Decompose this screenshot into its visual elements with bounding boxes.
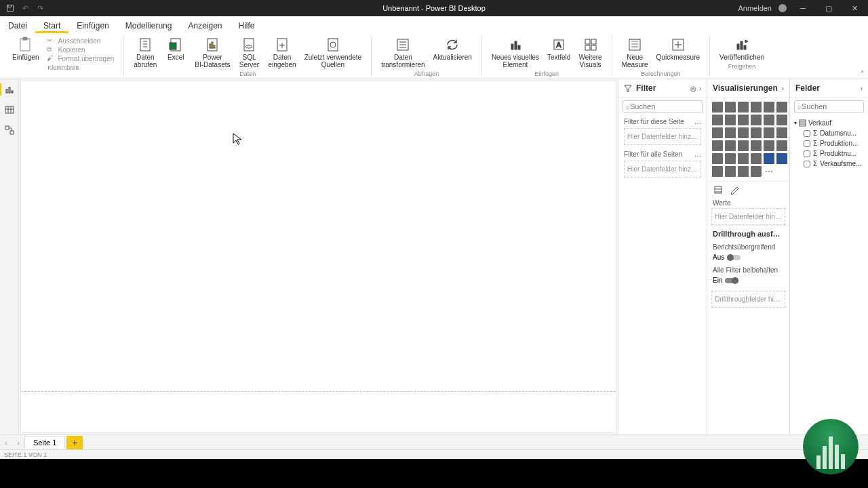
page-tab[interactable]: Seite 1 [24,436,65,449]
svg-rect-22 [585,39,590,44]
viz-pie[interactable] [751,127,762,138]
viz-stacked-area[interactable] [738,115,749,125]
viz-multi-card[interactable] [776,140,787,151]
fields-search-input[interactable]: ⌕ [794,100,864,113]
ribbon-collapse-icon[interactable]: ˄ [861,70,864,77]
viz-filled-map[interactable] [725,140,736,151]
cross-report-toggle[interactable]: Aus [707,252,789,265]
viz-python[interactable] [776,153,787,164]
new-visual-button[interactable]: Neues visuelles Element [489,35,542,70]
svg-rect-33 [12,91,13,93]
model-view-button[interactable] [3,124,16,136]
report-canvas[interactable] [20,81,616,433]
minimize-button[interactable]: ─ [793,0,812,16]
viz-kpi[interactable] [712,153,723,164]
viz-clustered-bar[interactable] [738,102,749,113]
close-button[interactable]: ✕ [845,0,864,16]
publish-button[interactable]: Veröffentlichen [717,35,767,62]
menu-hilfe[interactable]: Hilfe [231,18,263,33]
save-icon[interactable] [5,3,15,13]
viz-decomposition[interactable] [725,166,736,177]
sql-server-button[interactable]: SQL Server [235,35,262,70]
viz-collapse-icon[interactable]: › [782,85,784,92]
filter-collapse-icon[interactable]: › [699,85,701,92]
maximize-button[interactable]: ▢ [819,0,838,16]
viz-qa[interactable] [738,166,749,177]
values-dropzone[interactable]: Hier Datenfelder hinzufügen [711,208,785,225]
viz-funnel[interactable] [725,127,736,138]
keep-filters-toggle[interactable]: Ein [707,275,789,288]
menu-datei[interactable]: Datei [0,18,35,33]
filter-search-input[interactable]: ⌕ [623,100,703,113]
field-item[interactable]: ΣVerkaufsme... [794,159,864,169]
viz-clustered-column[interactable] [751,102,762,113]
paste-button[interactable]: Einfügen [9,35,41,62]
viz-matrix[interactable] [751,153,762,164]
more-icon[interactable]: … [694,118,701,125]
table-verkauf[interactable]: ▾ Verkauf [794,118,864,128]
more-visuals-button[interactable]: Weitere Visuals [576,35,604,70]
field-item[interactable]: ΣProduktnu... [794,148,864,159]
redo-icon[interactable]: ↷ [35,3,45,13]
viz-area[interactable] [725,115,736,125]
viz-key-influencers[interactable] [712,166,723,177]
enter-data-button[interactable]: Daten eingeben [265,35,298,70]
viz-slicer[interactable] [725,153,736,164]
viz-100-bar[interactable] [764,102,774,113]
viz-map[interactable] [712,140,723,151]
field-item[interactable]: ΣProduktion... [794,138,864,148]
viz-treemap[interactable] [776,127,787,138]
viz-donut[interactable] [764,127,774,138]
filter-eye-icon[interactable]: ◎ [690,85,696,92]
signin-link[interactable]: Anmelden [738,4,772,12]
quick-measure-button[interactable]: Quickmeasure [654,35,703,62]
data-view-button[interactable] [3,104,16,116]
menu-einfuegen[interactable]: Einfügen [68,18,117,33]
menu-anzeigen[interactable]: Anzeigen [180,18,230,33]
fields-collapse-icon[interactable]: › [861,85,863,92]
undo-icon[interactable]: ↶ [20,3,30,13]
fields-tab-icon[interactable] [713,184,724,195]
new-measure-button[interactable]: Neue Measure [619,35,651,70]
viz-line-stacked[interactable] [751,115,762,125]
field-item[interactable]: ΣDatumsnu... [794,128,864,138]
get-data-button[interactable]: Daten abrufen [131,35,159,70]
menu-start[interactable]: Start [35,18,68,33]
sigma-icon: Σ [813,129,817,137]
viz-r[interactable] [764,153,774,164]
recent-sources-button[interactable]: Zuletzt verwendete Quellen [302,35,365,70]
transform-data-button[interactable]: Daten transformieren [378,35,427,70]
viz-scatter[interactable] [738,127,749,138]
more-icon[interactable]: … [694,150,701,158]
page-prev-button[interactable]: ‹ [0,439,12,447]
viz-table[interactable] [738,153,749,164]
viz-waterfall[interactable] [712,127,723,138]
textbox-button[interactable]: ATextfeld [545,35,573,62]
viz-shape-map[interactable] [738,140,749,151]
report-view-button[interactable] [3,83,16,96]
viz-line[interactable] [712,115,723,125]
filter-all-dropzone[interactable]: Hier Datenfelder hinzufüg... [624,161,701,178]
format-tab-icon[interactable] [729,184,740,195]
drillthrough-dropzone[interactable]: Drillthroughfelder hier hinz... [711,291,785,308]
viz-gauge[interactable] [751,140,762,151]
visualizations-pane: Visualisierungen › ⋯ Werte Hier Datenfel… [707,79,789,434]
viz-stacked-column[interactable] [725,102,736,113]
viz-line-clustered[interactable] [764,115,774,125]
page-next-button[interactable]: › [12,439,24,447]
viz-ribbon[interactable] [776,115,787,125]
viz-100-column[interactable] [776,102,787,113]
copy-button: ⧉Kopieren [47,45,114,54]
avatar-icon[interactable] [778,4,787,12]
viz-arcgis[interactable] [751,166,762,177]
excel-button[interactable]: Excel [162,35,189,62]
format-painter-button: 🖌Format übertragen [47,54,114,62]
viz-more-icon[interactable]: ⋯ [764,166,774,177]
refresh-button[interactable]: Aktualisieren [431,35,475,62]
viz-stacked-bar[interactable] [712,102,723,113]
filter-page-dropzone[interactable]: Hier Datenfelder hinzufüg... [624,128,701,145]
pbi-datasets-button[interactable]: Power BI-Datasets [192,35,233,70]
menu-modellierung[interactable]: Modellierung [117,18,180,33]
add-page-button[interactable]: + [66,436,83,449]
viz-card[interactable] [764,140,774,151]
